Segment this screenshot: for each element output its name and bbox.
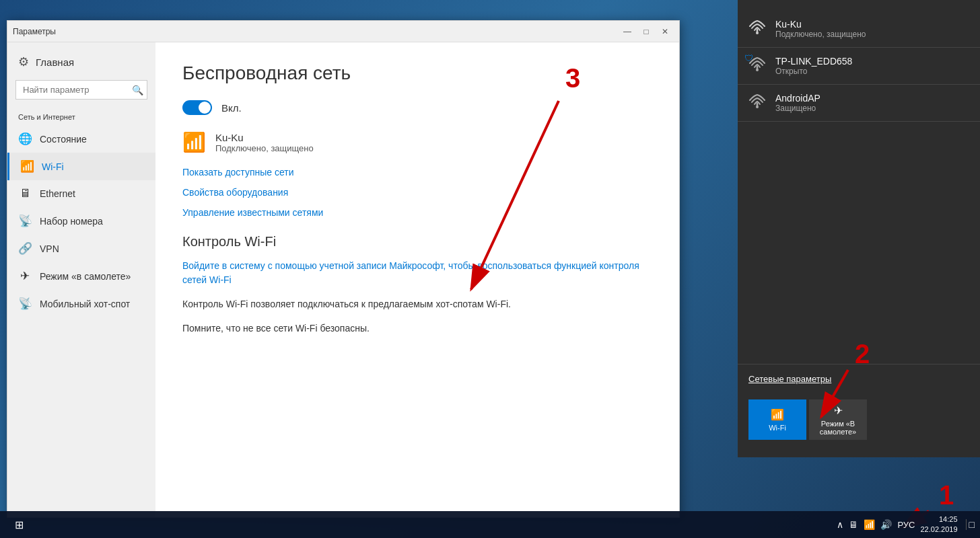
kuku-wifi-icon (748, 20, 766, 38)
wifi-quick-icon: 📶 (771, 408, 784, 421)
wifi-quick-btn[interactable]: 📶 Wi-Fi (748, 399, 806, 440)
android-status: Защищено (775, 104, 820, 113)
wifi-quick-label: Wi-Fi (769, 424, 786, 432)
show-networks-link[interactable]: Показать доступные сети (182, 167, 294, 178)
window-title: Параметры (13, 27, 56, 36)
settings-window: Параметры — □ ✕ ⚙ Главная 🔍 Сеть и Интер… (7, 20, 680, 518)
home-label: Главная (36, 56, 74, 68)
flyout-network-kuku[interactable]: Ku-Ku Подключено, защищено (738, 11, 980, 48)
wifi-sense-text1: Контроль Wi-Fi позволяет подключаться к … (182, 297, 652, 311)
volume-icon[interactable]: 🔊 (880, 519, 892, 530)
airplane-label: Режим «в самолете» (40, 271, 131, 282)
manage-networks-link[interactable]: Управление известными сетями (182, 207, 323, 218)
wifi-label: Wi-Fi (42, 161, 64, 172)
airplane-quick-label: Режим «В самолете» (809, 420, 867, 436)
wifi-sense-text2: Помните, что не все сети Wi-Fi безопасны… (182, 321, 652, 336)
flyout-network-tplink[interactable]: 🛡 TP-LINK_EDD658 Открыто (738, 48, 980, 85)
clock-time: 14:25 (920, 514, 957, 525)
quick-actions: 📶 Wi-Fi ✈ Режим «В самолете» (738, 393, 980, 447)
wifi-toggle[interactable] (182, 100, 212, 115)
network-status: Подключено, защищено (215, 143, 314, 153)
network-flyout: Ku-Ku Подключено, защищено 🛡 TP-LINK_EDD… (738, 0, 980, 457)
taskbar: ⊞ ∧ 🖥 📶 🔊 РУС 14:25 22.02.2019 □ (0, 511, 980, 538)
sidebar-item-ethernet[interactable]: 🖥 Ethernet (7, 180, 155, 207)
dialup-icon: 📡 (18, 214, 32, 228)
wifi-sense-title: Контроль Wi-Fi (182, 234, 652, 249)
wifi-sense-link[interactable]: Войдите в систему с помощью учетной запи… (182, 259, 652, 287)
network-tray-icon[interactable]: 🖥 (849, 519, 858, 530)
android-name: AndroidAP (775, 93, 820, 104)
tplink-status: Открыто (775, 67, 852, 76)
sidebar-item-wifi[interactable]: 📶 Wi-Fi (7, 153, 155, 180)
sidebar: ⚙ Главная 🔍 Сеть и Интернет 🌐 Состояние … (7, 42, 155, 517)
tplink-name: TP-LINK_EDD658 (775, 56, 852, 67)
sidebar-home[interactable]: ⚙ Главная (7, 49, 155, 75)
airplane-quick-btn[interactable]: ✈ Режим «В самолете» (809, 399, 867, 440)
hardware-properties-link[interactable]: Свойства оборудования (182, 187, 288, 198)
search-icon[interactable]: 🔍 (132, 85, 143, 95)
network-name: Ku-Ku (215, 132, 314, 143)
sidebar-item-dialup[interactable]: 📡 Набор номера (7, 207, 155, 235)
android-details: AndroidAP Защищено (775, 93, 820, 113)
vpn-icon: 🔗 (18, 241, 32, 256)
ethernet-label: Ethernet (40, 188, 75, 199)
clock-date: 22.02.2019 (920, 525, 957, 535)
show-desktop-icon[interactable]: □ (966, 519, 975, 530)
network-wifi-icon: 📶 (182, 131, 206, 153)
svg-point-1 (756, 69, 759, 71)
flyout-footer: Сетевые параметры (738, 364, 980, 393)
window-body: ⚙ Главная 🔍 Сеть и Интернет 🌐 Состояние … (7, 42, 679, 517)
minimize-button[interactable]: — (619, 25, 636, 38)
taskbar-left: ⊞ (0, 511, 35, 538)
kuku-name: Ku-Ku (775, 19, 866, 30)
title-controls: — □ ✕ (619, 25, 674, 38)
kuku-details: Ku-Ku Подключено, защищено (775, 19, 866, 39)
gear-icon: ⚙ (18, 54, 29, 69)
desktop: Параметры — □ ✕ ⚙ Главная 🔍 Сеть и Интер… (0, 0, 980, 538)
hotspot-icon: 📡 (18, 297, 32, 311)
network-info: Ku-Ku Подключено, защищено (215, 132, 314, 153)
close-button[interactable]: ✕ (656, 25, 674, 38)
system-clock[interactable]: 14:25 22.02.2019 (920, 514, 957, 535)
ethernet-icon: 🖥 (18, 187, 32, 200)
title-bar: Параметры — □ ✕ (7, 21, 679, 42)
status-label: Состояние (40, 134, 87, 145)
wifi-tray-icon[interactable]: 📶 (864, 519, 875, 530)
network-settings-link[interactable]: Сетевые параметры (748, 374, 831, 384)
tplink-details: TP-LINK_EDD658 Открыто (775, 56, 852, 76)
wifi-toggle-row: Вкл. (182, 100, 652, 115)
chevron-up-icon[interactable]: ∧ (837, 519, 843, 530)
svg-point-2 (756, 106, 759, 108)
wifi-icon: 📶 (20, 159, 34, 174)
search-input[interactable] (15, 80, 147, 100)
sidebar-item-hotspot[interactable]: 📡 Мобильный хот-спот (7, 290, 155, 317)
main-content: Беспроводная сеть Вкл. 📶 Ku-Ku Подключен… (155, 42, 679, 517)
connected-network: 📶 Ku-Ku Подключено, защищено (182, 131, 652, 153)
search-box: 🔍 (15, 80, 147, 100)
airplane-quick-icon: ✈ (834, 404, 843, 417)
svg-text:1: 1 (939, 480, 954, 510)
maximize-button[interactable]: □ (637, 25, 655, 38)
section-label: Сеть и Интернет (7, 105, 155, 125)
hotspot-label: Мобильный хот-спот (40, 299, 130, 309)
dialup-label: Набор номера (40, 216, 103, 227)
status-icon: 🌐 (18, 132, 32, 146)
sidebar-item-vpn[interactable]: 🔗 VPN (7, 235, 155, 262)
taskbar-right: ∧ 🖥 📶 🔊 РУС 14:25 22.02.2019 □ (837, 514, 980, 535)
start-button[interactable]: ⊞ (3, 511, 35, 538)
toggle-label: Вкл. (221, 102, 242, 114)
page-title: Беспроводная сеть (182, 63, 652, 84)
flyout-network-android[interactable]: AndroidAP Защищено (738, 85, 980, 122)
sidebar-item-airplane[interactable]: ✈ Режим «в самолете» (7, 262, 155, 290)
svg-point-0 (756, 32, 759, 34)
kuku-status: Подключено, защищено (775, 30, 866, 39)
airplane-icon: ✈ (18, 269, 32, 283)
language-indicator: РУС (897, 520, 915, 530)
tplink-wifi-icon: 🛡 (748, 57, 766, 75)
vpn-label: VPN (40, 243, 59, 254)
android-wifi-icon (748, 94, 766, 112)
sidebar-item-status[interactable]: 🌐 Состояние (7, 125, 155, 153)
system-tray: ∧ 🖥 📶 🔊 РУС 14:25 22.02.2019 □ (837, 514, 975, 535)
